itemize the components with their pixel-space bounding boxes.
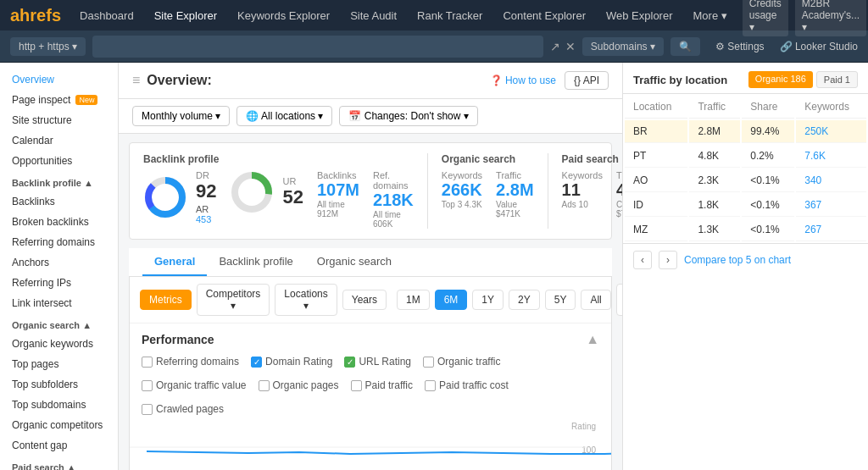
sidebar-item-site-structure[interactable]: Site structure: [0, 110, 118, 130]
organic-traffic-stat: Traffic 2.8M Value $471K: [496, 170, 533, 218]
cb-organic-traffic-value[interactable]: Organic traffic value: [142, 379, 247, 391]
paid-traffic-sub: Cost $7: [616, 200, 622, 218]
performance-chart: Rating 100 75 50: [130, 422, 611, 470]
tab-backlink-profile[interactable]: Backlink profile: [207, 248, 304, 276]
how-to-use-link[interactable]: ❓ How to use: [490, 75, 556, 86]
nav-rank-tracker[interactable]: Rank Tracker: [409, 6, 491, 25]
traffic-header: Traffic by location Organic 186 Paid 1: [623, 63, 868, 94]
nav-keywords-explorer[interactable]: Keywords Explorer: [229, 6, 338, 25]
top-navigation: ahrefs Dashboard Site Explorer Keywords …: [0, 0, 868, 30]
cb-label-referring-domains: Referring domains: [156, 356, 239, 368]
sidebar-item-overview[interactable]: Overview: [0, 69, 118, 90]
tab-organic-search[interactable]: Organic search: [305, 248, 403, 276]
sidebar-item-anchors[interactable]: Anchors: [0, 252, 118, 273]
sidebar-item-content-gap[interactable]: Content gap: [0, 435, 118, 456]
time-5y-button[interactable]: 5Y: [545, 290, 576, 310]
external-link-icon[interactable]: ↗: [550, 40, 560, 53]
url-input[interactable]: [92, 36, 543, 58]
sidebar-item-broken-backlinks[interactable]: Broken backlinks: [0, 212, 118, 232]
cb-label-organic-traffic-value: Organic traffic value: [156, 379, 247, 391]
location-br: BR: [625, 120, 687, 143]
backlinks-label: Backlinks: [317, 170, 359, 180]
search-button[interactable]: 🔍: [670, 37, 700, 56]
backlinks-value: 107M: [317, 180, 359, 200]
cb-referring-domains[interactable]: Referring domains: [142, 356, 239, 368]
cb-domain-rating[interactable]: ✓ Domain Rating: [251, 356, 332, 368]
tab-paid[interactable]: Paid 1: [816, 71, 858, 88]
time-1m-button[interactable]: 1M: [397, 290, 430, 310]
keywords-pt[interactable]: 7.6K: [796, 145, 866, 168]
sidebar-item-top-subdomains[interactable]: Top subdomains: [0, 395, 118, 415]
sidebar-item-page-inspect[interactable]: Page inspect New: [0, 90, 118, 110]
nav-more[interactable]: More ▾: [685, 6, 736, 25]
keywords-mz[interactable]: 267: [796, 218, 866, 241]
sidebar-section-paid[interactable]: Paid search ▲: [0, 456, 118, 470]
time-2y-button[interactable]: 2Y: [509, 290, 540, 310]
sidebar-section-organic[interactable]: Organic search ▲: [0, 313, 118, 334]
keywords-id[interactable]: 367: [796, 194, 866, 217]
collapse-icon[interactable]: ▲: [586, 332, 599, 347]
prev-arrow[interactable]: ‹: [633, 251, 652, 269]
time-daily-button[interactable]: Daily ▾: [616, 284, 622, 316]
years-button[interactable]: Years: [342, 290, 387, 310]
api-button[interactable]: {} API: [565, 71, 609, 90]
next-arrow[interactable]: ›: [659, 251, 677, 269]
changes-filter[interactable]: 📅 Changes: Don't show ▾: [339, 106, 477, 126]
cb-organic-pages[interactable]: Organic pages: [259, 379, 339, 391]
cb-paid-traffic[interactable]: Paid traffic: [351, 379, 413, 391]
paid-search-group: Paid search Keywords 11 Ads 10 Traffic 4…: [548, 153, 622, 229]
dr-info: DR 92 AR 453: [196, 170, 216, 224]
cb-label-paid-traffic: Paid traffic: [365, 379, 413, 391]
traffic-ao: 2.3K: [689, 169, 740, 192]
monthly-volume-filter[interactable]: Monthly volume ▾: [132, 106, 230, 126]
hamburger-icon[interactable]: ≡: [132, 73, 140, 88]
sidebar-item-backlinks[interactable]: Backlinks: [0, 191, 118, 212]
sidebar-item-opportunities[interactable]: Opportunities: [0, 151, 118, 171]
account-dropdown[interactable]: M2BR Academy's... ▾: [795, 0, 866, 36]
cb-url-rating[interactable]: ✓ URL Rating: [344, 356, 411, 368]
cb-crawled-pages[interactable]: Crawled pages: [142, 403, 224, 415]
sidebar-item-referring-domains[interactable]: Referring domains: [0, 232, 118, 252]
tab-general[interactable]: General: [142, 248, 207, 276]
ref-domains-stat: Ref. domains 218K All time 606K: [373, 170, 414, 229]
nav-site-audit[interactable]: Site Audit: [342, 6, 405, 25]
nav-dashboard[interactable]: Dashboard: [71, 6, 142, 25]
time-6m-button[interactable]: 6M: [435, 290, 468, 310]
tab-organic[interactable]: Organic 186: [748, 71, 813, 88]
metrics-button[interactable]: Metrics: [140, 290, 192, 310]
paid-title: Paid search: [562, 153, 622, 165]
keywords-br[interactable]: 250K: [796, 120, 866, 143]
all-locations-filter[interactable]: 🌐 All locations ▾: [236, 106, 332, 126]
dr-stat: DR 92 AR 453: [143, 170, 216, 224]
sidebar-item-referring-ips[interactable]: Referring IPs: [0, 273, 118, 293]
cb-organic-traffic[interactable]: Organic traffic: [423, 356, 500, 368]
looker-studio-link[interactable]: 🔗 Looker Studio: [780, 41, 858, 53]
subdomain-selector[interactable]: Subdomains ▾: [582, 37, 664, 56]
nav-web-explorer[interactable]: Web Explorer: [598, 6, 682, 25]
sidebar-item-calendar[interactable]: Calendar: [0, 130, 118, 151]
sidebar-item-link-intersect[interactable]: Link intersect: [0, 293, 118, 313]
cb-paid-traffic-cost[interactable]: Paid traffic cost: [425, 379, 509, 391]
keywords-ao[interactable]: 340: [796, 169, 866, 192]
col-location: Location: [625, 96, 687, 119]
competitors-button[interactable]: Competitors ▾: [197, 284, 270, 316]
cb-label-url-rating: URL Rating: [359, 356, 411, 368]
nav-site-explorer[interactable]: Site Explorer: [146, 6, 225, 25]
settings-button[interactable]: ⚙ Settings: [707, 37, 773, 56]
clear-icon[interactable]: ✕: [565, 40, 576, 53]
credits-usage-dropdown[interactable]: Credits usage ▾: [743, 0, 788, 36]
locations-button[interactable]: Locations ▾: [275, 284, 337, 316]
sidebar-item-organic-competitors[interactable]: Organic competitors: [0, 415, 118, 435]
sidebar-section-backlink[interactable]: Backlink profile ▲: [0, 171, 118, 191]
time-all-button[interactable]: All: [581, 290, 610, 310]
cb-label-crawled-pages: Crawled pages: [156, 403, 224, 415]
chart-toolbar: Metrics Competitors ▾ Locations ▾ Years …: [130, 277, 611, 323]
sidebar-item-organic-keywords[interactable]: Organic keywords: [0, 334, 118, 354]
nav-content-explorer[interactable]: Content Explorer: [494, 6, 594, 25]
compare-link[interactable]: Compare top 5 on chart: [684, 254, 791, 266]
protocol-selector[interactable]: http + https ▾: [10, 37, 86, 56]
cb-label-organic-traffic: Organic traffic: [437, 356, 500, 368]
time-1y-button[interactable]: 1Y: [472, 290, 504, 310]
sidebar-item-top-subfolders[interactable]: Top subfolders: [0, 374, 118, 395]
sidebar-item-top-pages[interactable]: Top pages: [0, 354, 118, 374]
